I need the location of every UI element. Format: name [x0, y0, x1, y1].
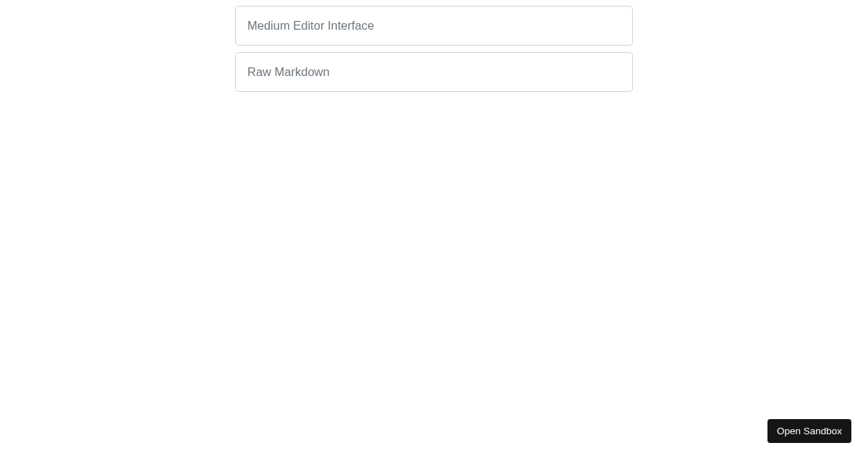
open-sandbox-button[interactable]: Open Sandbox [767, 419, 851, 443]
raw-markdown-input[interactable] [235, 52, 633, 92]
editor-container [235, 0, 633, 92]
medium-editor-input[interactable] [235, 6, 633, 46]
